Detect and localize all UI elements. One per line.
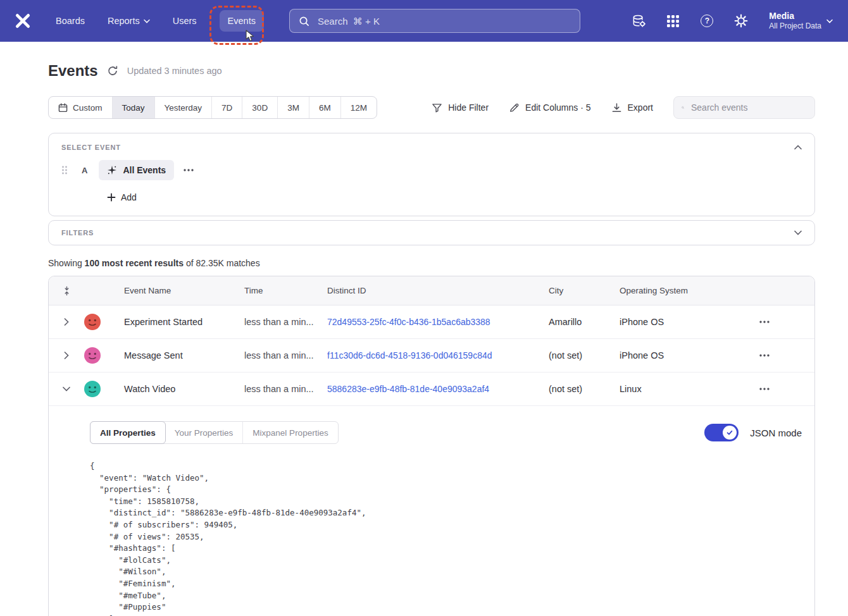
date-range-3m[interactable]: 3M xyxy=(277,97,309,118)
cell-distinct-id: f11c30d6-dc6d-4518-9136-0d046159c84d xyxy=(327,350,549,360)
nav-item-boards[interactable]: Boards xyxy=(56,16,85,26)
collapse-panel-button[interactable] xyxy=(794,145,802,150)
project-switcher[interactable]: Media All Project Data xyxy=(769,11,833,32)
ellipsis-icon xyxy=(759,387,770,391)
apps-grid-icon[interactable] xyxy=(665,13,680,28)
events-page: Events Updated 3 minutes ago Custom Toda… xyxy=(0,42,848,616)
refresh-button[interactable] xyxy=(107,65,118,77)
project-scope: All Project Data xyxy=(769,22,821,31)
cell-os: iPhone OS xyxy=(620,350,751,360)
ellipsis-icon xyxy=(759,320,770,324)
avatar-face-icon xyxy=(84,314,101,330)
date-range-custom[interactable]: Custom xyxy=(49,97,112,118)
date-range-12m[interactable]: 12M xyxy=(340,97,377,118)
event-more-button[interactable] xyxy=(183,168,194,172)
filter-funnel-icon xyxy=(432,102,442,113)
chevron-down-icon xyxy=(144,19,150,23)
column-header-city: City xyxy=(549,286,620,295)
row-more-button[interactable] xyxy=(751,354,770,357)
detail-top-row: All Properties Your Properties Mixpanel … xyxy=(90,421,802,444)
table-row[interactable]: Experiment Started less than a min... 72… xyxy=(49,305,814,339)
cell-os: Linux xyxy=(620,384,751,394)
add-event-button[interactable]: Add xyxy=(103,192,140,203)
title-row: Events Updated 3 minutes ago xyxy=(48,62,815,80)
search-icon xyxy=(682,102,684,113)
cell-distinct-id: 5886283e-e9fb-48fb-81de-40e9093a2af4 xyxy=(327,384,549,394)
search-events[interactable] xyxy=(673,96,815,119)
cell-city: (not set) xyxy=(549,384,620,394)
edit-columns-button[interactable]: Edit Columns · 5 xyxy=(509,102,590,113)
chevron-down-icon xyxy=(826,19,833,23)
global-search[interactable] xyxy=(289,9,580,33)
event-avatar xyxy=(84,347,101,364)
table-row[interactable]: Message Sent less than a min... f11c30d6… xyxy=(49,339,814,373)
mixpanel-logo[interactable] xyxy=(14,12,32,30)
distinct-id-link[interactable]: 5886283e-e9fb-48fb-81de-40e9093a2af4 xyxy=(327,384,489,394)
download-icon xyxy=(611,102,622,113)
help-icon[interactable]: ? xyxy=(699,13,714,28)
tab-all-properties[interactable]: All Properties xyxy=(90,421,166,444)
table-row-expanded[interactable]: Watch Video less than a min... 5886283e-… xyxy=(49,373,814,406)
event-detail-panel: All Properties Your Properties Mixpanel … xyxy=(49,406,814,616)
collapse-all-rows-button[interactable] xyxy=(63,286,71,296)
collapse-rows-icon xyxy=(63,286,71,296)
chevron-up-icon xyxy=(794,145,802,150)
date-range-7d[interactable]: 7D xyxy=(211,97,242,118)
updated-timestamp: Updated 3 minutes ago xyxy=(127,66,222,76)
expand-filters-button[interactable] xyxy=(794,230,802,235)
export-label: Export xyxy=(628,102,653,113)
column-header-event-name: Event Name xyxy=(109,286,244,295)
calendar-icon xyxy=(58,103,68,113)
results-prefix: Showing xyxy=(48,258,85,268)
expand-row-button[interactable] xyxy=(64,318,69,326)
nav-events-wrap: Events xyxy=(220,10,264,32)
expand-row-button[interactable] xyxy=(64,352,69,359)
page-title: Events xyxy=(48,62,98,80)
hide-filter-button[interactable]: Hide Filter xyxy=(432,102,489,113)
json-mode-toggle[interactable] xyxy=(704,424,739,441)
cursor-icon xyxy=(245,30,255,42)
distinct-id-link[interactable]: f11c30d6-dc6d-4518-9136-0d046159c84d xyxy=(327,350,492,360)
json-mode-label: JSON mode xyxy=(750,428,802,438)
search-events-input[interactable] xyxy=(690,102,807,113)
toolbar: Custom Today Yesterday 7D 30D 3M 6M 12M … xyxy=(48,96,815,119)
cell-event-name: Experiment Started xyxy=(109,317,244,327)
collapse-row-button[interactable] xyxy=(63,386,70,391)
toggle-knob xyxy=(723,426,737,440)
date-range-30d[interactable]: 30D xyxy=(242,97,277,118)
nav-item-users[interactable]: Users xyxy=(173,16,197,26)
cell-time: less than a min... xyxy=(244,317,327,327)
date-range-6m[interactable]: 6M xyxy=(309,97,340,118)
drag-handle-icon[interactable] xyxy=(61,165,68,175)
table-header-row: Event Name Time Distinct ID City Operati… xyxy=(49,276,814,305)
filters-panel[interactable]: FILTERS xyxy=(48,220,815,245)
chevron-right-icon xyxy=(64,352,69,359)
ellipsis-icon xyxy=(759,354,770,357)
distinct-id-link[interactable]: 72d49553-25fc-4f0c-b436-1b5ac6ab3388 xyxy=(327,317,490,327)
export-button[interactable]: Export xyxy=(611,102,653,113)
event-row-letter: A xyxy=(82,166,87,175)
nav-item-events[interactable]: Events xyxy=(220,10,264,32)
column-header-time: Time xyxy=(244,286,327,295)
chevron-down-icon xyxy=(794,230,802,235)
mixpanel-logo-icon xyxy=(15,13,31,29)
global-search-input[interactable] xyxy=(316,15,571,27)
event-selector-row: A All Events xyxy=(61,160,802,180)
sparkle-icon xyxy=(107,165,117,175)
date-range-today[interactable]: Today xyxy=(112,97,154,118)
row-more-button[interactable] xyxy=(751,387,770,391)
cell-event-name: Message Sent xyxy=(109,350,244,360)
event-chip-all-events[interactable]: All Events xyxy=(99,160,174,180)
date-range-control: Custom Today Yesterday 7D 30D 3M 6M 12M xyxy=(48,96,377,119)
avatar-face-icon xyxy=(84,347,101,364)
row-more-button[interactable] xyxy=(751,320,770,324)
nav-item-reports[interactable]: Reports xyxy=(108,16,150,26)
data-management-icon[interactable] xyxy=(631,13,646,28)
plus-icon xyxy=(107,193,116,202)
settings-gear-icon[interactable] xyxy=(733,13,749,28)
tab-mixpanel-properties[interactable]: Mixpanel Properties xyxy=(243,422,337,443)
date-range-yesterday[interactable]: Yesterday xyxy=(154,97,212,118)
tab-your-properties[interactable]: Your Properties xyxy=(165,422,244,443)
project-text: Media All Project Data xyxy=(769,11,821,32)
pencil-icon xyxy=(509,102,520,113)
